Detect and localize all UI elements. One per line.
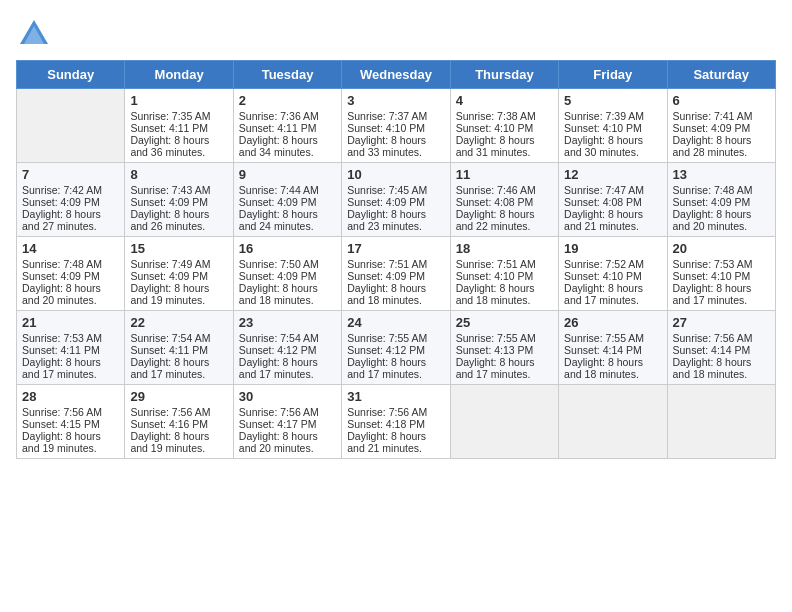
day-info-line: Sunrise: 7:53 AM <box>22 332 119 344</box>
day-info-line: Daylight: 8 hours <box>22 430 119 442</box>
day-cell: 25Sunrise: 7:55 AMSunset: 4:13 PMDayligh… <box>450 311 558 385</box>
day-cell: 20Sunrise: 7:53 AMSunset: 4:10 PMDayligh… <box>667 237 775 311</box>
day-info-line: Sunrise: 7:43 AM <box>130 184 227 196</box>
day-cell: 21Sunrise: 7:53 AMSunset: 4:11 PMDayligh… <box>17 311 125 385</box>
day-info-line: Sunrise: 7:54 AM <box>130 332 227 344</box>
weekday-header-row: SundayMondayTuesdayWednesdayThursdayFrid… <box>17 61 776 89</box>
day-info-line: Sunrise: 7:56 AM <box>239 406 336 418</box>
day-cell: 22Sunrise: 7:54 AMSunset: 4:11 PMDayligh… <box>125 311 233 385</box>
day-cell: 27Sunrise: 7:56 AMSunset: 4:14 PMDayligh… <box>667 311 775 385</box>
day-info-line: Daylight: 8 hours <box>239 208 336 220</box>
day-info-line: Sunrise: 7:48 AM <box>22 258 119 270</box>
day-info-line: Sunrise: 7:56 AM <box>347 406 444 418</box>
day-info-line: and 18 minutes. <box>239 294 336 306</box>
day-info-line: Daylight: 8 hours <box>130 208 227 220</box>
day-number: 27 <box>673 315 770 330</box>
day-info-line: Sunset: 4:12 PM <box>347 344 444 356</box>
day-number: 5 <box>564 93 661 108</box>
day-number: 10 <box>347 167 444 182</box>
day-info-line: Daylight: 8 hours <box>347 282 444 294</box>
day-cell <box>667 385 775 459</box>
day-info-line: Sunrise: 7:41 AM <box>673 110 770 122</box>
day-info-line: and 17 minutes. <box>239 368 336 380</box>
day-cell: 9Sunrise: 7:44 AMSunset: 4:09 PMDaylight… <box>233 163 341 237</box>
day-info-line: Sunset: 4:10 PM <box>564 122 661 134</box>
week-row-5: 28Sunrise: 7:56 AMSunset: 4:15 PMDayligh… <box>17 385 776 459</box>
day-info-line: and 21 minutes. <box>347 442 444 454</box>
day-cell: 17Sunrise: 7:51 AMSunset: 4:09 PMDayligh… <box>342 237 450 311</box>
day-info-line: Sunset: 4:13 PM <box>456 344 553 356</box>
weekday-header-saturday: Saturday <box>667 61 775 89</box>
day-cell: 15Sunrise: 7:49 AMSunset: 4:09 PMDayligh… <box>125 237 233 311</box>
day-cell: 13Sunrise: 7:48 AMSunset: 4:09 PMDayligh… <box>667 163 775 237</box>
day-info-line: Sunrise: 7:52 AM <box>564 258 661 270</box>
day-cell: 11Sunrise: 7:46 AMSunset: 4:08 PMDayligh… <box>450 163 558 237</box>
day-info-line: Sunset: 4:14 PM <box>564 344 661 356</box>
day-number: 1 <box>130 93 227 108</box>
day-info-line: Sunset: 4:14 PM <box>673 344 770 356</box>
day-info-line: Daylight: 8 hours <box>673 356 770 368</box>
day-info-line: and 20 minutes. <box>673 220 770 232</box>
day-number: 23 <box>239 315 336 330</box>
day-info-line: Sunrise: 7:46 AM <box>456 184 553 196</box>
day-info-line: Daylight: 8 hours <box>239 356 336 368</box>
day-info-line: Daylight: 8 hours <box>564 208 661 220</box>
day-info-line: Sunrise: 7:55 AM <box>347 332 444 344</box>
day-number: 24 <box>347 315 444 330</box>
day-cell <box>559 385 667 459</box>
day-info-line: Sunset: 4:08 PM <box>564 196 661 208</box>
day-info-line: and 17 minutes. <box>347 368 444 380</box>
day-number: 29 <box>130 389 227 404</box>
day-info-line: Sunrise: 7:49 AM <box>130 258 227 270</box>
day-info-line: Daylight: 8 hours <box>347 208 444 220</box>
day-number: 25 <box>456 315 553 330</box>
day-number: 30 <box>239 389 336 404</box>
day-info-line: Sunset: 4:09 PM <box>673 196 770 208</box>
day-cell: 12Sunrise: 7:47 AMSunset: 4:08 PMDayligh… <box>559 163 667 237</box>
logo <box>16 16 56 52</box>
day-number: 2 <box>239 93 336 108</box>
day-info-line: Sunrise: 7:35 AM <box>130 110 227 122</box>
day-info-line: and 20 minutes. <box>22 294 119 306</box>
day-info-line: Daylight: 8 hours <box>239 430 336 442</box>
day-info-line: Sunset: 4:09 PM <box>22 196 119 208</box>
day-number: 4 <box>456 93 553 108</box>
day-info-line: Sunrise: 7:45 AM <box>347 184 444 196</box>
day-info-line: Sunset: 4:11 PM <box>22 344 119 356</box>
day-cell: 6Sunrise: 7:41 AMSunset: 4:09 PMDaylight… <box>667 89 775 163</box>
day-number: 18 <box>456 241 553 256</box>
week-row-4: 21Sunrise: 7:53 AMSunset: 4:11 PMDayligh… <box>17 311 776 385</box>
day-info-line: Daylight: 8 hours <box>130 430 227 442</box>
day-info-line: Sunrise: 7:36 AM <box>239 110 336 122</box>
day-info-line: Sunrise: 7:55 AM <box>456 332 553 344</box>
day-info-line: Sunrise: 7:54 AM <box>239 332 336 344</box>
day-number: 6 <box>673 93 770 108</box>
day-info-line: Sunset: 4:08 PM <box>456 196 553 208</box>
day-number: 20 <box>673 241 770 256</box>
day-number: 22 <box>130 315 227 330</box>
header <box>16 16 776 52</box>
day-number: 31 <box>347 389 444 404</box>
day-info-line: Sunrise: 7:56 AM <box>130 406 227 418</box>
day-info-line: Daylight: 8 hours <box>347 430 444 442</box>
day-number: 17 <box>347 241 444 256</box>
day-info-line: and 36 minutes. <box>130 146 227 158</box>
day-info-line: Sunrise: 7:56 AM <box>22 406 119 418</box>
day-cell <box>450 385 558 459</box>
day-info-line: Daylight: 8 hours <box>239 134 336 146</box>
day-info-line: Sunrise: 7:37 AM <box>347 110 444 122</box>
logo-icon <box>16 16 52 52</box>
day-info-line: and 34 minutes. <box>239 146 336 158</box>
day-info-line: Daylight: 8 hours <box>239 282 336 294</box>
day-info-line: and 19 minutes. <box>22 442 119 454</box>
day-info-line: and 18 minutes. <box>673 368 770 380</box>
day-info-line: Daylight: 8 hours <box>130 134 227 146</box>
day-info-line: Sunset: 4:09 PM <box>22 270 119 282</box>
day-info-line: Daylight: 8 hours <box>673 134 770 146</box>
day-info-line: and 17 minutes. <box>456 368 553 380</box>
weekday-header-tuesday: Tuesday <box>233 61 341 89</box>
day-info-line: and 18 minutes. <box>456 294 553 306</box>
day-cell: 28Sunrise: 7:56 AMSunset: 4:15 PMDayligh… <box>17 385 125 459</box>
day-info-line: Daylight: 8 hours <box>673 208 770 220</box>
day-info-line: Daylight: 8 hours <box>456 134 553 146</box>
